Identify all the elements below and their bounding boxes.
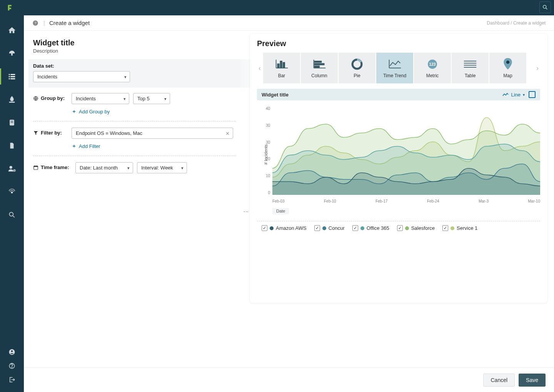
preview-heading: Preview — [257, 39, 540, 48]
app-logo — [3, 0, 18, 15]
legend-item: ✓Amazon AWS — [262, 225, 307, 231]
column-chart-icon — [312, 58, 326, 71]
chart-type-table[interactable]: Table — [452, 53, 489, 83]
svg-point-19 — [11, 350, 13, 352]
chart-legend: ✓Amazon AWS✓Concur✓Office 365✓Salesforce… — [257, 225, 540, 231]
clear-filter-icon[interactable]: ✕ — [225, 130, 230, 136]
nav-incidents[interactable] — [0, 91, 24, 108]
filter-input[interactable]: Endpoint OS = Windows, Mac ✕ — [72, 128, 233, 139]
chevron-down-icon: ▾ — [164, 96, 167, 101]
chart-type-column[interactable]: Column — [301, 53, 338, 83]
timeframe-row: Time frame: Date: Last month ▾ Interval:… — [33, 162, 235, 173]
preview-panel: Preview ‹ Bar Column Pie — [250, 34, 547, 303]
plus-icon: ＋ — [72, 108, 77, 115]
groupby-row: Group by: Incidents ▾ Top 5 ▾ — [33, 93, 235, 115]
svg-rect-6 — [10, 76, 15, 77]
svg-rect-4 — [10, 74, 15, 75]
svg-point-16 — [9, 212, 13, 216]
save-button[interactable]: Save — [519, 374, 546, 387]
svg-rect-12 — [11, 122, 13, 123]
legend-checkbox[interactable]: ✓ — [442, 225, 448, 231]
main-area: ? ⋮ Create a widget Dashboard / Create a… — [24, 15, 554, 392]
divider — [33, 156, 235, 156]
groupby-top-select[interactable]: Top 5 ▾ — [133, 93, 170, 104]
chevron-down-icon: ▾ — [123, 96, 126, 101]
timeframe-date-select[interactable]: Date: Last month ▾ — [75, 162, 133, 173]
cancel-button[interactable]: Cancel — [483, 374, 515, 387]
chart-style-toggle[interactable]: Line ▾ — [502, 92, 525, 98]
dataset-select[interactable]: Incidents ▾ — [33, 71, 130, 82]
svg-point-15 — [11, 192, 13, 193]
chevron-down-icon: ▾ — [181, 165, 184, 170]
groupby-select[interactable]: Incidents ▾ — [72, 93, 129, 104]
nav-help[interactable] — [0, 360, 24, 371]
svg-rect-8 — [10, 78, 15, 80]
chart-type-pie[interactable]: Pie — [339, 53, 375, 83]
expand-chart-button[interactable] — [529, 91, 536, 98]
svg-rect-38 — [314, 66, 319, 68]
legend-label: Concur — [329, 225, 345, 231]
timeframe-interval-select[interactable]: Interval: Week ▾ — [137, 162, 187, 173]
legend-color-dot — [451, 226, 454, 230]
table-icon — [463, 58, 477, 71]
chevron-down-icon: ▾ — [523, 93, 525, 97]
help-icon[interactable]: ? — [32, 20, 38, 26]
legend-color-dot — [360, 226, 364, 230]
nav-home[interactable] — [0, 22, 24, 38]
time-trend-icon — [388, 58, 402, 71]
nav-documents[interactable] — [0, 138, 24, 154]
pie-chart-icon — [350, 58, 364, 71]
nav-list[interactable] — [0, 68, 24, 85]
legend-item: ✓Salesforce — [397, 225, 435, 231]
chart-types-next[interactable]: › — [535, 64, 540, 72]
footer-actions: Cancel Save — [24, 367, 554, 392]
page-title: Create a widget — [49, 20, 90, 26]
legend-checkbox[interactable]: ✓ — [262, 225, 267, 231]
svg-point-48 — [506, 60, 510, 64]
panel-splitter[interactable]: ⋮ — [243, 209, 249, 214]
legend-item: ✓Service 1 — [442, 225, 477, 231]
chart-plot — [272, 106, 540, 195]
svg-point-14 — [14, 170, 15, 171]
map-pin-icon — [503, 58, 513, 71]
widget-description: Description — [33, 48, 235, 54]
legend-checkbox[interactable]: ✓ — [314, 225, 320, 231]
global-search-button[interactable] — [539, 2, 551, 13]
bar-chart-icon — [275, 58, 289, 71]
svg-rect-9 — [9, 102, 15, 103]
chart-type-map[interactable]: Map — [489, 53, 526, 83]
breadcrumb-dashboard[interactable]: Dashboard — [487, 20, 509, 26]
chart-area: # Incidents 40303020100 Feb-03Feb-10Feb-… — [257, 103, 540, 206]
add-groupby-link[interactable]: ＋ Add Group by — [72, 108, 170, 115]
plus-icon: ＋ — [72, 143, 77, 149]
legend-label: Salesforce — [411, 225, 435, 231]
svg-line-17 — [13, 216, 15, 218]
nav-logout[interactable] — [0, 374, 24, 385]
breadcrumb-current: Create a widget — [513, 20, 546, 26]
legend-checkbox[interactable]: ✓ — [397, 225, 403, 231]
legend-item: ✓Concur — [314, 225, 345, 231]
nav-reports[interactable] — [0, 115, 24, 131]
svg-rect-31 — [277, 64, 279, 68]
chart-type-bar[interactable]: Bar — [263, 53, 300, 83]
chart-type-time-trend[interactable]: Time Trend — [376, 53, 413, 83]
svg-point-13 — [10, 166, 12, 169]
nav-user-settings[interactable] — [0, 161, 24, 177]
nav-dashboard[interactable] — [0, 45, 24, 61]
svg-point-0 — [543, 5, 546, 8]
svg-rect-37 — [314, 63, 324, 65]
x-axis-label: Date — [272, 208, 289, 214]
nav-identity[interactable] — [0, 184, 24, 200]
chart-type-selector: ‹ Bar Column Pie Time T — [257, 53, 540, 83]
dataset-section: Data set: Incidents ▾ — [28, 59, 240, 88]
add-filter-link[interactable]: ＋ Add Filter — [72, 143, 233, 149]
legend-label: Office 365 — [367, 225, 389, 231]
metric-icon: 123 — [426, 58, 439, 71]
legend-checkbox[interactable]: ✓ — [352, 225, 358, 231]
chart-type-metric[interactable]: 123 Metric — [414, 53, 451, 83]
drag-handle-icon[interactable]: ⋮ — [42, 20, 46, 26]
chart-types-prev[interactable]: ‹ — [257, 64, 262, 72]
nav-account[interactable] — [0, 347, 24, 357]
nav-search[interactable] — [0, 207, 24, 223]
divider — [257, 221, 540, 221]
